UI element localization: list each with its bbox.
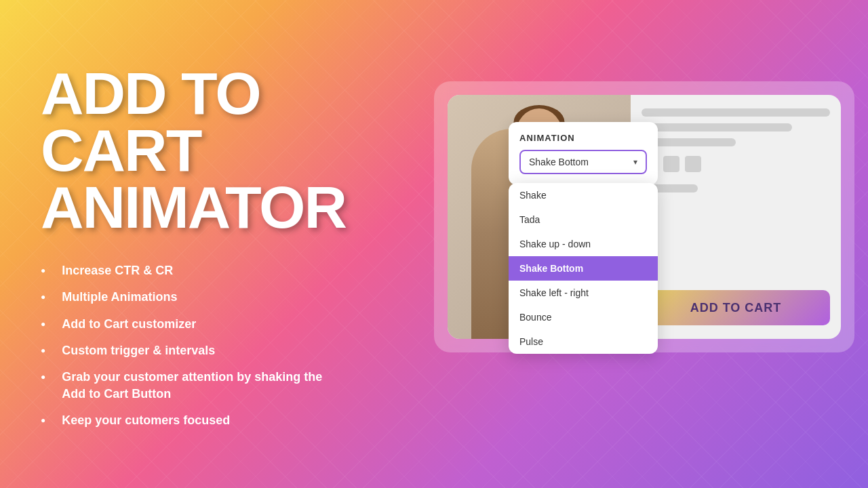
info-line-title [642, 108, 830, 117]
main-content: ADD TO CART ANIMATOR Increase CTR & CR M… [0, 0, 868, 488]
list-item: Keep your cutomers focused [41, 412, 326, 429]
info-line-subtitle [642, 123, 792, 131]
dropdown-item-shake-bottom[interactable]: Shake Bottom [509, 256, 658, 281]
animation-label: ANIMATION [519, 133, 647, 143]
title-line2: ANIMATOR [41, 179, 326, 236]
dropdown-item-shake-left-right[interactable]: Shake left - right [509, 281, 658, 305]
dropdown-item-bounce[interactable]: Bounce [509, 305, 658, 329]
right-panel: ADD TO CART ANIMATION Shake Bottom ▾ Sha… [353, 0, 868, 488]
animation-dropdown-menu: Shake Tada Shake up - down Shake Bottom … [509, 183, 658, 354]
add-to-cart-button[interactable]: ADD TO CART [642, 290, 830, 325]
animation-panel: ANIMATION Shake Bottom ▾ [509, 122, 658, 185]
bullet-text: Add to Cart customizer [62, 316, 196, 333]
bullet-text: Custom trigger & intervals [62, 342, 215, 359]
list-item: Add to Cart customizer [41, 316, 326, 333]
color-swatches [642, 156, 830, 172]
list-item: Increase CTR & CR [41, 262, 326, 279]
selected-animation-text: Shake Bottom [529, 157, 589, 167]
main-title: ADD TO CART ANIMATOR [41, 65, 326, 235]
left-panel: ADD TO CART ANIMATOR Increase CTR & CR M… [0, 0, 353, 488]
dropdown-item-pulse[interactable]: Pulse [509, 329, 658, 354]
swatch-2 [663, 156, 679, 172]
dropdown-item-shake[interactable]: Shake [509, 183, 658, 207]
feature-list: Increase CTR & CR Multiple Animations Ad… [41, 262, 326, 429]
list-item: Grab your customer attention by shaking … [41, 369, 326, 403]
bullet-text: Increase CTR & CR [62, 262, 173, 279]
animation-select-dropdown[interactable]: Shake Bottom ▾ [519, 150, 647, 174]
swatch-3 [685, 156, 701, 172]
chevron-down-icon: ▾ [633, 157, 637, 167]
list-item: Custom trigger & intervals [41, 342, 326, 359]
bullet-text: Grab your customer attention by shaking … [62, 369, 326, 403]
bullet-text: Multiple Animations [62, 289, 177, 306]
dropdown-item-tada[interactable]: Tada [509, 207, 658, 232]
title-line1: ADD TO CART [41, 65, 326, 178]
product-info: ADD TO CART [631, 95, 841, 339]
dropdown-item-shake-up-down[interactable]: Shake up - down [509, 232, 658, 256]
bullet-text: Keep your cutomers focused [62, 412, 230, 429]
list-item: Multiple Animations [41, 289, 326, 306]
